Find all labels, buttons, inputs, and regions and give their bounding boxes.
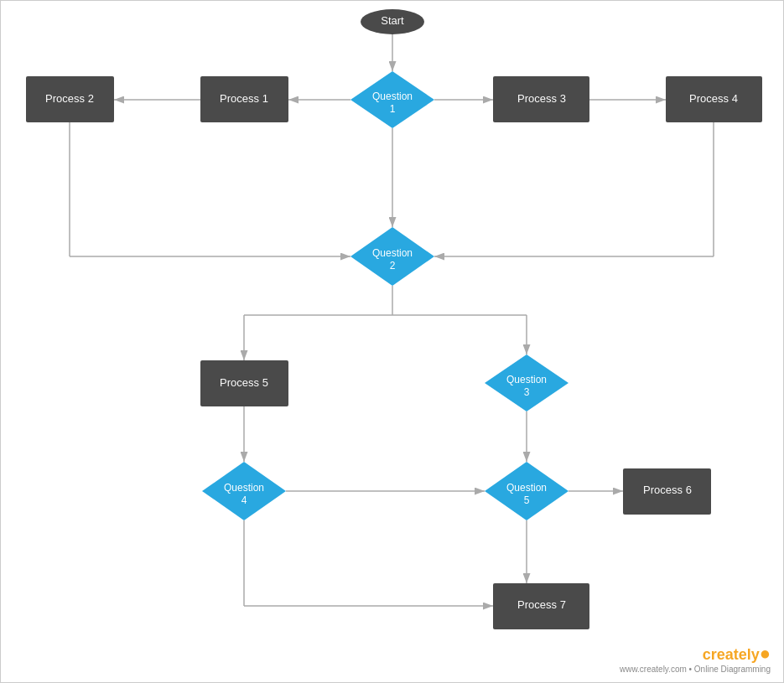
diagram-container: Start Question 1 Process 1 Process 2 Pro…	[0, 0, 784, 683]
creately-branding: creately● www.creately.com • Online Diag…	[620, 643, 771, 674]
process2-label: Process 2	[45, 92, 94, 105]
process6-label: Process 6	[643, 484, 692, 496]
creately-dot: ●	[760, 643, 771, 664]
creately-subtext: www.creately.com • Online Diagramming	[620, 665, 771, 674]
q5-label: Question	[506, 482, 547, 494]
svg-text:5: 5	[524, 494, 530, 506]
svg-text:4: 4	[241, 494, 247, 506]
q4-label: Question	[224, 482, 264, 494]
q1-label: Question	[372, 91, 413, 102]
process5-label: Process 5	[220, 376, 268, 389]
creately-logo-text: creately●	[620, 643, 771, 665]
start-label: Start	[381, 14, 404, 27]
process4-label: Process 4	[689, 92, 738, 105]
process3-label: Process 3	[517, 92, 566, 105]
svg-text:3: 3	[524, 386, 530, 398]
svg-text:1: 1	[390, 103, 396, 115]
process1-label: Process 1	[220, 92, 268, 105]
process7-label: Process 7	[517, 598, 566, 611]
creately-name: creately	[703, 646, 760, 663]
flowchart: Start Question 1 Process 1 Process 2 Pro…	[1, 1, 784, 683]
q3-label: Question	[506, 374, 547, 385]
svg-text:2: 2	[390, 260, 396, 272]
q2-label: Question	[372, 247, 413, 259]
